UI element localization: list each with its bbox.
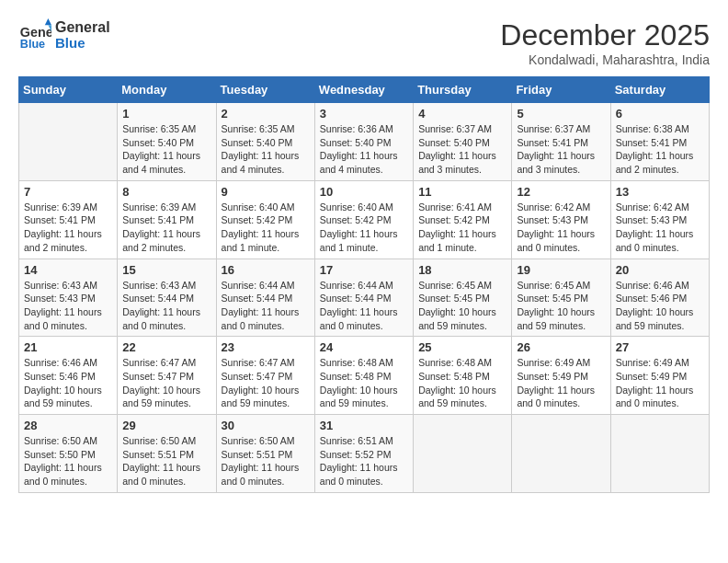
month-title: December 2025 [500,18,710,52]
calendar-cell: 6Sunrise: 6:38 AM Sunset: 5:41 PM Daylig… [610,103,709,181]
calendar-cell [610,415,709,493]
day-info: Sunrise: 6:36 AM Sunset: 5:40 PM Dayligh… [320,122,408,177]
day-info: Sunrise: 6:45 AM Sunset: 5:45 PM Dayligh… [517,279,605,333]
calendar-cell: 12Sunrise: 6:42 AM Sunset: 5:43 PM Dayli… [512,180,610,259]
calendar-cell: 26Sunrise: 6:49 AM Sunset: 5:49 PM Dayli… [512,337,610,415]
day-info: Sunrise: 6:38 AM Sunset: 5:41 PM Dayligh… [616,122,704,177]
day-info: Sunrise: 6:47 AM Sunset: 5:47 PM Dayligh… [222,356,310,410]
day-info: Sunrise: 6:51 AM Sunset: 5:52 PM Dayligh… [320,434,408,488]
calendar-cell: 20Sunrise: 6:46 AM Sunset: 5:46 PM Dayli… [610,259,709,337]
day-number: 20 [616,263,704,277]
day-number: 14 [24,263,112,277]
day-info: Sunrise: 6:49 AM Sunset: 5:49 PM Dayligh… [517,356,605,410]
col-header-tuesday: Tuesday [216,77,314,103]
calendar-cell [414,415,512,493]
day-number: 28 [24,419,112,432]
day-number: 8 [122,185,210,199]
day-info: Sunrise: 6:48 AM Sunset: 5:48 PM Dayligh… [418,356,506,410]
day-info: Sunrise: 6:42 AM Sunset: 5:43 PM Dayligh… [616,201,704,255]
day-number: 3 [320,107,408,121]
col-header-wednesday: Wednesday [314,77,413,103]
col-header-friday: Friday [512,77,610,103]
day-number: 13 [616,185,704,199]
day-info: Sunrise: 6:39 AM Sunset: 5:41 PM Dayligh… [122,201,210,255]
day-number: 22 [122,340,210,354]
day-info: Sunrise: 6:46 AM Sunset: 5:46 PM Dayligh… [24,356,112,410]
day-info: Sunrise: 6:50 AM Sunset: 5:51 PM Dayligh… [222,434,310,488]
day-number: 2 [222,107,310,121]
calendar-cell: 16Sunrise: 6:44 AM Sunset: 5:44 PM Dayli… [216,259,314,337]
day-info: Sunrise: 6:44 AM Sunset: 5:44 PM Dayligh… [222,279,310,333]
calendar-header-row: SundayMondayTuesdayWednesdayThursdayFrid… [19,77,710,103]
calendar-cell: 19Sunrise: 6:45 AM Sunset: 5:45 PM Dayli… [512,259,610,337]
day-number: 25 [418,340,506,354]
day-number: 11 [418,185,506,199]
day-info: Sunrise: 6:43 AM Sunset: 5:44 PM Dayligh… [122,279,210,333]
day-number: 31 [320,419,408,432]
calendar-cell: 25Sunrise: 6:48 AM Sunset: 5:48 PM Dayli… [414,337,512,415]
day-info: Sunrise: 6:43 AM Sunset: 5:43 PM Dayligh… [24,279,112,333]
calendar-cell: 10Sunrise: 6:40 AM Sunset: 5:42 PM Dayli… [314,180,413,259]
day-number: 26 [517,340,605,354]
calendar-cell [512,415,610,493]
day-info: Sunrise: 6:46 AM Sunset: 5:46 PM Dayligh… [616,279,704,333]
col-header-sunday: Sunday [19,77,118,103]
day-info: Sunrise: 6:39 AM Sunset: 5:41 PM Dayligh… [24,201,112,255]
calendar-cell: 30Sunrise: 6:50 AM Sunset: 5:51 PM Dayli… [216,415,314,493]
day-number: 23 [222,340,310,354]
day-info: Sunrise: 6:42 AM Sunset: 5:43 PM Dayligh… [517,201,605,255]
calendar-cell: 14Sunrise: 6:43 AM Sunset: 5:43 PM Dayli… [19,259,118,337]
day-number: 5 [517,107,605,121]
day-info: Sunrise: 6:44 AM Sunset: 5:44 PM Dayligh… [320,279,408,333]
calendar-cell: 15Sunrise: 6:43 AM Sunset: 5:44 PM Dayli… [118,259,216,337]
day-info: Sunrise: 6:48 AM Sunset: 5:48 PM Dayligh… [320,356,408,410]
day-number: 18 [418,263,506,277]
col-header-monday: Monday [118,77,216,103]
day-number: 6 [616,107,704,121]
day-number: 9 [222,185,310,199]
day-number: 12 [517,185,605,199]
calendar-cell: 17Sunrise: 6:44 AM Sunset: 5:44 PM Dayli… [314,259,413,337]
calendar-cell: 22Sunrise: 6:47 AM Sunset: 5:47 PM Dayli… [118,337,216,415]
calendar-cell: 3Sunrise: 6:36 AM Sunset: 5:40 PM Daylig… [314,103,413,181]
calendar-cell [19,103,118,181]
calendar-week-row: 7Sunrise: 6:39 AM Sunset: 5:41 PM Daylig… [19,180,710,259]
svg-text:General: General [20,25,51,40]
day-info: Sunrise: 6:37 AM Sunset: 5:40 PM Dayligh… [418,122,506,177]
day-number: 7 [24,185,112,199]
day-info: Sunrise: 6:37 AM Sunset: 5:41 PM Dayligh… [517,122,605,177]
calendar-cell: 9Sunrise: 6:40 AM Sunset: 5:42 PM Daylig… [216,180,314,259]
logo-icon: General Blue [18,18,51,52]
location-subtitle: Kondalwadi, Maharashtra, India [500,52,710,67]
calendar-cell: 24Sunrise: 6:48 AM Sunset: 5:48 PM Dayli… [314,337,413,415]
logo: General Blue General Blue [18,18,110,52]
calendar-cell: 11Sunrise: 6:41 AM Sunset: 5:42 PM Dayli… [414,180,512,259]
calendar-week-row: 21Sunrise: 6:46 AM Sunset: 5:46 PM Dayli… [19,337,710,415]
day-number: 17 [320,263,408,277]
day-info: Sunrise: 6:41 AM Sunset: 5:42 PM Dayligh… [418,201,506,255]
calendar-week-row: 14Sunrise: 6:43 AM Sunset: 5:43 PM Dayli… [19,259,710,337]
calendar-cell: 13Sunrise: 6:42 AM Sunset: 5:43 PM Dayli… [610,180,709,259]
calendar-week-row: 1Sunrise: 6:35 AM Sunset: 5:40 PM Daylig… [19,103,710,181]
calendar-cell: 29Sunrise: 6:50 AM Sunset: 5:51 PM Dayli… [118,415,216,493]
day-number: 16 [222,263,310,277]
calendar-cell: 23Sunrise: 6:47 AM Sunset: 5:47 PM Dayli… [216,337,314,415]
day-number: 19 [517,263,605,277]
calendar-cell: 21Sunrise: 6:46 AM Sunset: 5:46 PM Dayli… [19,337,118,415]
day-info: Sunrise: 6:50 AM Sunset: 5:51 PM Dayligh… [122,434,210,488]
day-info: Sunrise: 6:35 AM Sunset: 5:40 PM Dayligh… [122,122,210,177]
calendar-week-row: 28Sunrise: 6:50 AM Sunset: 5:50 PM Dayli… [19,415,710,493]
calendar-table: SundayMondayTuesdayWednesdayThursdayFrid… [18,76,710,493]
calendar-cell: 28Sunrise: 6:50 AM Sunset: 5:50 PM Dayli… [19,415,118,493]
day-number: 29 [122,419,210,432]
day-number: 30 [222,419,310,432]
day-info: Sunrise: 6:35 AM Sunset: 5:40 PM Dayligh… [222,122,310,177]
day-number: 24 [320,340,408,354]
day-info: Sunrise: 6:49 AM Sunset: 5:49 PM Dayligh… [616,356,704,410]
calendar-cell: 5Sunrise: 6:37 AM Sunset: 5:41 PM Daylig… [512,103,610,181]
calendar-cell: 27Sunrise: 6:49 AM Sunset: 5:49 PM Dayli… [610,337,709,415]
logo-text-line1: General [55,19,110,36]
day-number: 4 [418,107,506,121]
day-info: Sunrise: 6:40 AM Sunset: 5:42 PM Dayligh… [222,201,310,255]
day-info: Sunrise: 6:40 AM Sunset: 5:42 PM Dayligh… [320,201,408,255]
